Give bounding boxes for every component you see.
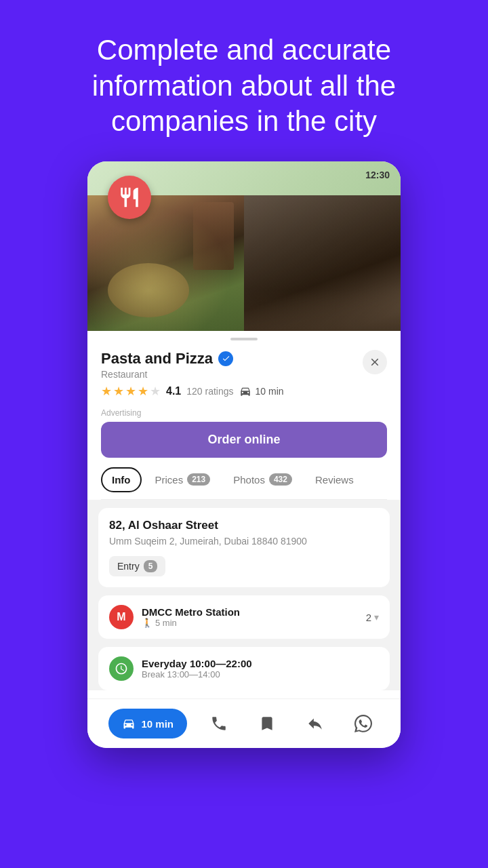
- rating-count: 120 ratings: [186, 386, 233, 397]
- stars: ★ ★ ★ ★ ★: [101, 384, 161, 399]
- phone-button[interactable]: [203, 707, 235, 740]
- verified-badge: [218, 351, 233, 366]
- hours-info: Everyday 10:00—22:00 Break 13:00—14:00: [142, 658, 379, 679]
- address-full: Umm Suqeim 2, Jumeirah, Dubai 18840 8190…: [109, 535, 379, 549]
- place-info-left: Pasta and Pizza Restaurant ★ ★ ★: [101, 350, 284, 399]
- address-card: 82, Al Oshaar Street Umm Suqeim 2, Jumei…: [98, 508, 390, 588]
- rating-number: 4.1: [166, 385, 181, 397]
- bookmark-icon: [258, 715, 276, 732]
- tab-reviews-label: Reviews: [315, 474, 354, 486]
- metro-walk: 🚶 5 min: [142, 618, 358, 628]
- drive-time-row: 10 min: [239, 385, 284, 397]
- phone-icon: [210, 715, 228, 732]
- hours-break: Break 13:00—14:00: [142, 669, 379, 679]
- place-header: Pasta and Pizza Restaurant ★ ★ ★: [101, 344, 387, 401]
- entry-count: 5: [144, 560, 158, 572]
- photo-right: [244, 195, 401, 331]
- tab-prices-badge: 213: [187, 473, 210, 486]
- metro-icon: M: [109, 605, 134, 629]
- car-icon: [239, 385, 251, 397]
- enter-button[interactable]: [299, 707, 331, 740]
- star-2: ★: [113, 384, 124, 399]
- place-name-row: Pasta and Pizza: [101, 350, 284, 368]
- star-1: ★: [101, 384, 112, 399]
- phone-mockup: 12:30: [87, 161, 401, 749]
- drag-bar: [230, 338, 258, 340]
- tab-reviews[interactable]: Reviews: [306, 469, 363, 491]
- walk-icon: 🚶: [142, 618, 152, 628]
- hours-schedule: Everyday 10:00—22:00: [142, 658, 379, 669]
- metro-exits: 2 ▾: [366, 612, 379, 623]
- star-4: ★: [138, 384, 148, 399]
- tab-info[interactable]: Info: [101, 467, 142, 492]
- star-3: ★: [125, 384, 136, 399]
- tab-prices-label: Prices: [155, 474, 184, 486]
- content-area: 82, Al Oshaar Street Umm Suqeim 2, Jumei…: [87, 500, 401, 691]
- close-button[interactable]: [363, 350, 387, 374]
- chevron-down-icon: ▾: [374, 612, 379, 623]
- drive-car-icon: [122, 717, 136, 730]
- address-street: 82, Al Oshaar Street: [109, 519, 379, 532]
- rating-row: ★ ★ ★ ★ ★ 4.1 120 ratings 10 min: [101, 384, 284, 399]
- metro-card[interactable]: M DMCC Metro Station 🚶 5 min 2 ▾: [98, 595, 390, 639]
- checkmark-icon: [222, 354, 230, 363]
- place-type: Restaurant: [101, 369, 284, 380]
- drive-button[interactable]: 10 min: [108, 709, 187, 738]
- photo-left: [87, 195, 244, 331]
- map-area: 12:30: [87, 161, 401, 331]
- drag-indicator: [87, 331, 401, 344]
- map-time: 12:30: [365, 170, 390, 180]
- tab-photos-label: Photos: [233, 474, 265, 486]
- advertising-label: Advertising: [101, 408, 387, 418]
- tab-photos-badge: 432: [269, 473, 292, 486]
- tabs-row: Info Prices 213 Photos 432 Reviews: [101, 467, 387, 500]
- entry-tag: Entry 5: [109, 556, 165, 576]
- bookmark-button[interactable]: [251, 707, 283, 740]
- order-online-button[interactable]: Order online: [101, 422, 387, 458]
- tab-prices[interactable]: Prices 213: [146, 468, 220, 491]
- place-name: Pasta and Pizza: [101, 350, 213, 368]
- header-section: Complete and accurate information about …: [0, 0, 488, 161]
- metro-name: DMCC Metro Station: [142, 606, 358, 618]
- hours-card[interactable]: Everyday 10:00—22:00 Break 13:00—14:00: [98, 647, 390, 690]
- tab-photos[interactable]: Photos 432: [224, 468, 302, 491]
- whatsapp-button[interactable]: [347, 707, 380, 740]
- header-title: Complete and accurate information about …: [54, 33, 434, 140]
- walk-time: 5 min: [155, 618, 177, 628]
- hours-icon: [109, 656, 134, 681]
- page-wrapper: Complete and accurate information about …: [0, 0, 488, 748]
- clock-icon: [115, 662, 128, 675]
- drive-time-text: 10 min: [256, 386, 284, 397]
- entry-label: Entry: [117, 561, 140, 572]
- info-card: Pasta and Pizza Restaurant ★ ★ ★: [87, 344, 401, 500]
- bottom-toolbar: 10 min: [87, 698, 401, 748]
- exits-count: 2: [366, 612, 371, 623]
- star-5: ★: [150, 384, 161, 399]
- enter-icon: [306, 715, 324, 732]
- close-icon: [369, 356, 381, 368]
- whatsapp-icon: [354, 715, 372, 732]
- restaurant-icon: [118, 186, 141, 209]
- tab-info-label: Info: [112, 474, 131, 486]
- restaurant-fab: [108, 176, 151, 219]
- metro-letter: M: [117, 611, 125, 623]
- metro-info: DMCC Metro Station 🚶 5 min: [142, 606, 358, 628]
- drive-time-label: 10 min: [141, 718, 174, 730]
